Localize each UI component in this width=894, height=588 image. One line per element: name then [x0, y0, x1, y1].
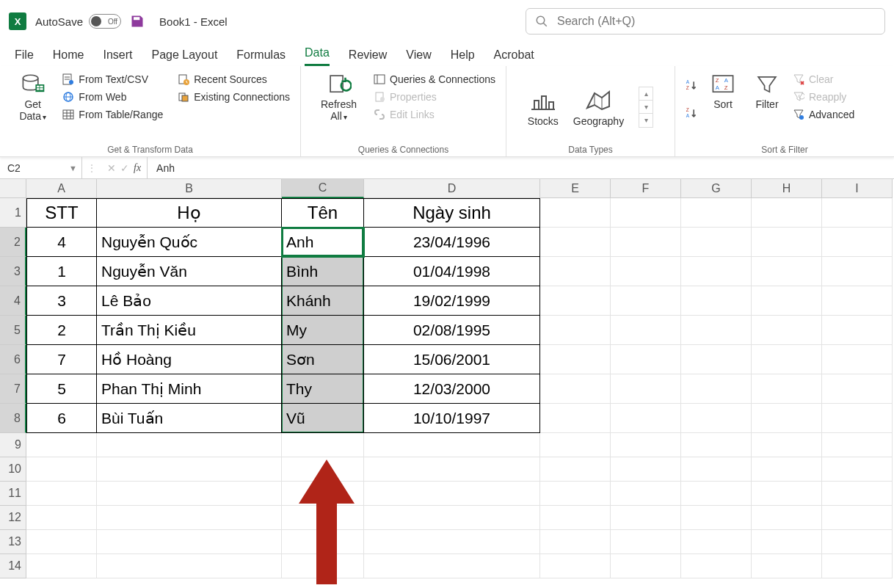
cell-C2[interactable]: Anh — [282, 228, 364, 257]
cell-D4[interactable]: 19/02/1999 — [364, 286, 540, 316]
cell-H9[interactable] — [752, 433, 822, 457]
cell-G13[interactable] — [681, 530, 752, 554]
cell-B5[interactable]: Trần Thị Kiều — [97, 316, 282, 345]
filter-button[interactable]: Filter — [747, 70, 787, 112]
cell-C1[interactable]: Tên — [282, 198, 364, 228]
cell-C3[interactable]: Bình — [282, 257, 364, 286]
cell-E7[interactable] — [540, 374, 611, 404]
cell-H11[interactable] — [752, 482, 822, 506]
cell-A2[interactable]: 4 — [26, 228, 97, 257]
cell-B9[interactable] — [97, 433, 282, 457]
cell-I7[interactable] — [822, 374, 893, 404]
cell-G7[interactable] — [681, 374, 752, 404]
cell-H14[interactable] — [752, 554, 822, 578]
cell-I6[interactable] — [822, 345, 893, 374]
cell-B1[interactable]: Họ — [97, 198, 282, 228]
row-header-9[interactable]: 9 — [0, 433, 26, 457]
cell-G8[interactable] — [681, 404, 752, 433]
spreadsheet-grid[interactable]: ABCDEFGHI1STTHọTênNgày sinh24Nguyễn Quốc… — [0, 179, 894, 578]
chevron-more-icon[interactable]: ▾ — [639, 114, 653, 127]
cell-E11[interactable] — [540, 482, 611, 506]
chevron-down-icon[interactable]: ▾ — [639, 101, 653, 114]
cell-H4[interactable] — [752, 286, 822, 316]
sort-button[interactable]: ZAAZ Sort — [703, 70, 743, 112]
from-web-button[interactable]: From Web — [61, 88, 164, 106]
row-header-11[interactable]: 11 — [0, 482, 26, 506]
cell-H8[interactable] — [752, 404, 822, 433]
tab-insert[interactable]: Insert — [103, 48, 132, 66]
row-header-2[interactable]: 2 — [0, 228, 26, 257]
cell-I11[interactable] — [822, 482, 893, 506]
cell-I10[interactable] — [822, 457, 893, 482]
cell-D5[interactable]: 02/08/1995 — [364, 316, 540, 345]
col-header-H[interactable]: H — [752, 179, 822, 198]
get-data-button[interactable]: Get Data▾ — [9, 70, 57, 123]
cell-C5[interactable]: My — [282, 316, 364, 345]
cell-F10[interactable] — [611, 457, 681, 482]
cell-A9[interactable] — [26, 433, 97, 457]
existing-connections-button[interactable]: Existing Connections — [176, 88, 291, 106]
geography-datatype-button[interactable]: Geography — [573, 87, 624, 127]
cell-F4[interactable] — [611, 286, 681, 316]
cell-C9[interactable] — [282, 433, 364, 457]
cell-D12[interactable] — [364, 506, 540, 530]
cell-C11[interactable] — [282, 482, 364, 506]
cell-G6[interactable] — [681, 345, 752, 374]
cell-D10[interactable] — [364, 457, 540, 482]
cell-A5[interactable]: 2 — [26, 316, 97, 345]
autosave-toggle[interactable]: Off — [89, 14, 121, 29]
cell-F14[interactable] — [611, 554, 681, 578]
cell-C14[interactable] — [282, 554, 364, 578]
cell-B12[interactable] — [97, 506, 282, 530]
cell-C10[interactable] — [282, 457, 364, 482]
cell-B2[interactable]: Nguyễn Quốc — [97, 228, 282, 257]
cell-B6[interactable]: Hồ Hoàng — [97, 345, 282, 374]
cell-C13[interactable] — [282, 530, 364, 554]
col-header-B[interactable]: B — [97, 179, 282, 198]
cell-D2[interactable]: 23/04/1996 — [364, 228, 540, 257]
cell-C4[interactable]: Khánh — [282, 286, 364, 316]
autosave-control[interactable]: AutoSave Off — [35, 14, 121, 29]
cell-C6[interactable]: Sơn — [282, 345, 364, 374]
cell-B7[interactable]: Phan Thị Minh — [97, 374, 282, 404]
cell-I9[interactable] — [822, 433, 893, 457]
cell-H1[interactable] — [752, 198, 822, 228]
cell-C12[interactable] — [282, 506, 364, 530]
save-icon[interactable] — [130, 14, 145, 29]
cell-A10[interactable] — [26, 457, 97, 482]
chevron-up-icon[interactable]: ▴ — [639, 87, 653, 101]
datatype-scroll[interactable]: ▴ ▾ ▾ — [639, 87, 653, 128]
cell-D6[interactable]: 15/06/2001 — [364, 345, 540, 374]
tab-view[interactable]: View — [406, 48, 431, 66]
cell-G11[interactable] — [681, 482, 752, 506]
tab-page-layout[interactable]: Page Layout — [151, 48, 217, 66]
col-header-G[interactable]: G — [681, 179, 752, 198]
cell-G10[interactable] — [681, 457, 752, 482]
cell-E3[interactable] — [540, 257, 611, 286]
cell-C7[interactable]: Thy — [282, 374, 364, 404]
col-header-C[interactable]: C — [282, 179, 364, 198]
row-header-10[interactable]: 10 — [0, 457, 26, 482]
cell-G4[interactable] — [681, 286, 752, 316]
cell-A4[interactable]: 3 — [26, 286, 97, 316]
refresh-all-button[interactable]: Refresh All▾ — [310, 70, 368, 123]
row-header-6[interactable]: 6 — [0, 345, 26, 374]
cell-D7[interactable]: 12/03/2000 — [364, 374, 540, 404]
cell-G3[interactable] — [681, 257, 752, 286]
name-box[interactable]: C2 ▼ — [0, 157, 82, 178]
cell-A7[interactable]: 5 — [26, 374, 97, 404]
col-header-I[interactable]: I — [822, 179, 893, 198]
cell-F12[interactable] — [611, 506, 681, 530]
cell-F3[interactable] — [611, 257, 681, 286]
row-header-13[interactable]: 13 — [0, 530, 26, 554]
cell-I13[interactable] — [822, 530, 893, 554]
cell-H10[interactable] — [752, 457, 822, 482]
cell-B14[interactable] — [97, 554, 282, 578]
cell-F13[interactable] — [611, 530, 681, 554]
cell-D9[interactable] — [364, 433, 540, 457]
cell-F9[interactable] — [611, 433, 681, 457]
cell-I12[interactable] — [822, 506, 893, 530]
cancel-icon[interactable]: ✕ — [107, 162, 116, 174]
cell-D1[interactable]: Ngày sinh — [364, 198, 540, 228]
cell-E13[interactable] — [540, 530, 611, 554]
